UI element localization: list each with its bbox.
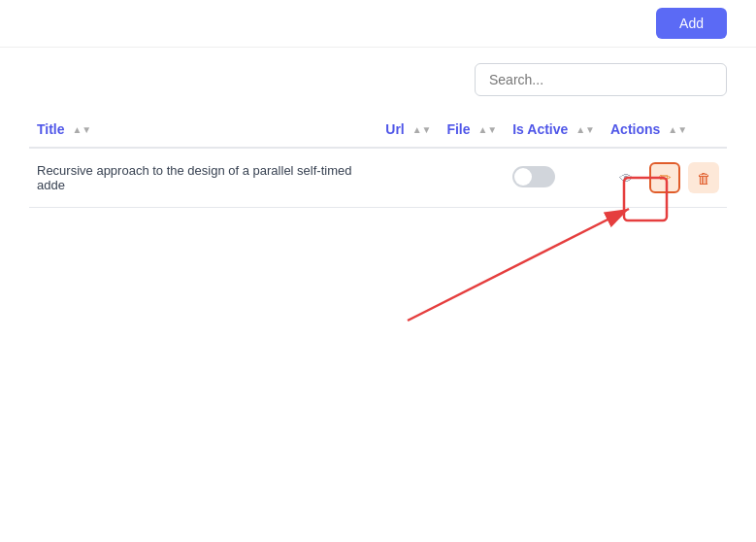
delete-icon: 🗑 (697, 170, 711, 186)
col-file-sort: ▲▼ (477, 125, 497, 135)
view-button[interactable]: 👁 (610, 162, 641, 193)
table-wrapper: Title ▲▼ Url ▲▼ File ▲▼ Is Active ▲▼ Act… (0, 112, 756, 208)
col-is-active-label: Is Active (512, 121, 568, 137)
col-is-active-sort: ▲▼ (575, 125, 595, 135)
add-button[interactable]: Add (656, 8, 727, 39)
col-title-sort: ▲▼ (72, 125, 91, 135)
svg-line-1 (408, 209, 629, 321)
row-actions: 👁 ✏ 🗑 (603, 148, 727, 208)
col-actions[interactable]: Actions ▲▼ (603, 112, 727, 148)
delete-button[interactable]: 🗑 (688, 162, 719, 193)
toggle-slider (512, 166, 555, 187)
col-file[interactable]: File ▲▼ (439, 112, 505, 148)
search-input[interactable] (475, 63, 727, 96)
top-bar: Add (0, 0, 756, 48)
row-url (378, 148, 439, 208)
col-url[interactable]: Url ▲▼ (378, 112, 439, 148)
search-bar (0, 48, 756, 112)
table-header-row: Title ▲▼ Url ▲▼ File ▲▼ Is Active ▲▼ Act… (29, 112, 727, 148)
eye-icon: 👁 (619, 170, 634, 186)
action-buttons: 👁 ✏ 🗑 (610, 162, 719, 193)
row-title: Recursive approach to the design of a pa… (29, 148, 378, 208)
col-actions-label: Actions (610, 121, 660, 137)
col-file-label: File (446, 121, 470, 137)
col-is-active[interactable]: Is Active ▲▼ (505, 112, 603, 148)
col-title-label: Title (37, 121, 65, 137)
col-title[interactable]: Title ▲▼ (29, 112, 378, 148)
col-actions-sort: ▲▼ (668, 125, 687, 135)
edit-icon: ✏ (659, 169, 672, 186)
row-is-active (505, 148, 603, 208)
col-url-sort: ▲▼ (412, 125, 432, 135)
edit-button[interactable]: ✏ (649, 162, 680, 193)
table-row: Recursive approach to the design of a pa… (29, 148, 727, 208)
active-toggle[interactable] (512, 166, 555, 187)
row-file (439, 148, 505, 208)
col-url-label: Url (385, 121, 404, 137)
data-table: Title ▲▼ Url ▲▼ File ▲▼ Is Active ▲▼ Act… (29, 112, 727, 208)
